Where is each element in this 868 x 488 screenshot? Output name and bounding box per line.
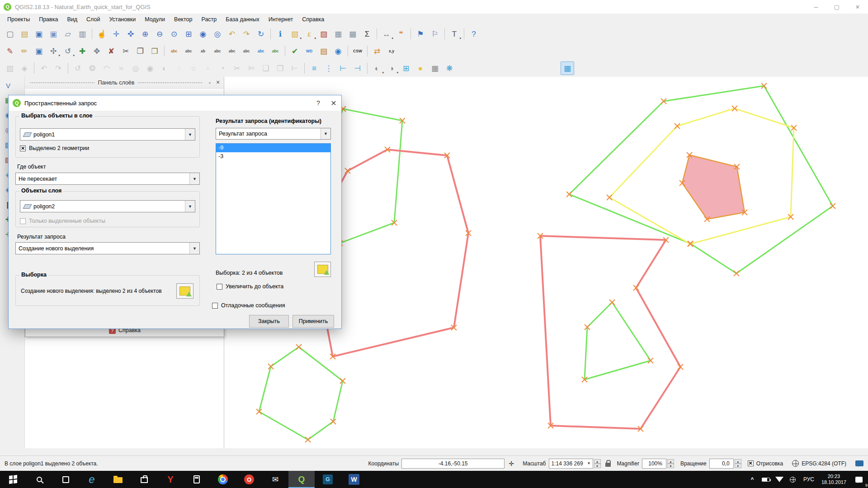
chrome-app[interactable] (210, 471, 236, 488)
edge-app[interactable]: e (79, 471, 105, 488)
panel-close-button[interactable]: ✕ (214, 79, 222, 87)
start-button[interactable] (0, 471, 26, 488)
menu-Вид[interactable]: Вид (62, 14, 82, 24)
network-globe-icon[interactable] (786, 471, 800, 488)
menu-Вектор[interactable]: Вектор (170, 14, 197, 24)
csw-catalog[interactable]: CSW (351, 44, 364, 58)
zoom-last[interactable]: ↶ (225, 27, 239, 41)
show-hide-labels[interactable]: ab (196, 44, 210, 58)
rotate-feature-tool[interactable]: ↺▾ (61, 44, 75, 58)
mail-app[interactable]: ✉ (262, 471, 288, 488)
menu-Справка[interactable]: Справка (297, 14, 329, 24)
save-layer-edits[interactable]: ▣ (32, 44, 46, 58)
offline-editing[interactable]: ⇄ (370, 44, 384, 58)
menu-Модули[interactable]: Модули (140, 14, 170, 24)
dropdown-arrow-icon[interactable]: ▾ (300, 37, 302, 40)
result-id-item[interactable]: -3 (216, 152, 330, 161)
gis-blue-app[interactable]: G (315, 471, 341, 488)
node-tool[interactable]: ✣▾ (47, 44, 60, 58)
maximize-button[interactable]: ▢ (826, 0, 847, 14)
show-bookmarks[interactable]: ⚐ (428, 27, 442, 41)
result-mode-combo[interactable]: Создание нового выделения ▼ (15, 242, 200, 254)
panel-float-button[interactable]: ▫ (206, 79, 214, 87)
minimize-button[interactable]: ─ (806, 0, 826, 14)
zoom-to-layer[interactable]: ◎ (211, 27, 224, 41)
zoom-out[interactable]: ⊖ (153, 27, 166, 41)
composer-manager[interactable]: ▥ (75, 27, 89, 41)
chevron-down-icon[interactable]: ▼ (189, 173, 199, 184)
chevron-down-icon[interactable]: ▼ (321, 128, 330, 139)
field-calculator[interactable]: ▩ (346, 27, 359, 41)
zoom-selection-icon-button[interactable] (314, 262, 331, 277)
align-objects-1[interactable]: ≡ (307, 61, 321, 75)
yandex-app[interactable]: Y (157, 471, 184, 488)
identify-features[interactable]: ℹ (274, 27, 287, 41)
touch-zoom-pan[interactable]: ☝ (95, 27, 108, 41)
toggle-editing[interactable]: ✏ (18, 44, 31, 58)
sphere-tool[interactable]: ● (414, 61, 427, 75)
layer1-combo[interactable]: poligon1 ▼ (20, 128, 195, 141)
coordinate-capture[interactable]: x,y (385, 44, 398, 58)
coords-input[interactable]: -4.16,-50.15 (401, 459, 505, 469)
save-project-as[interactable]: ▣ (47, 27, 60, 41)
zoom-next[interactable]: ↷ (240, 27, 253, 41)
pin-unpin-labels[interactable]: abc (182, 44, 195, 58)
menu-База данных[interactable]: База данных (221, 14, 264, 24)
dropdown-arrow-icon[interactable]: ▾ (382, 71, 384, 75)
apply-button[interactable]: Применить (292, 315, 334, 328)
zoom-to-object-checkbox[interactable]: Увеличить до объекта (217, 283, 283, 290)
magnifier-spinbox[interactable]: 100% (642, 459, 666, 469)
tray-expand-icon[interactable]: ^ (745, 471, 759, 488)
selected-geometries-checkbox[interactable]: ✕ Выделено 2 геометрии (20, 145, 89, 151)
wikidata-plugin[interactable]: WD (302, 44, 316, 58)
open-project[interactable]: ▤ (18, 27, 31, 41)
dropdown-arrow-icon[interactable]: ▾ (392, 37, 393, 40)
save-project[interactable]: ▣ (32, 27, 46, 41)
word-app[interactable]: W (341, 471, 367, 488)
paste-features[interactable]: ❒ (148, 44, 161, 58)
selection-icon-button[interactable] (176, 283, 193, 299)
scale-combo[interactable]: 1:14 336 269 ▼ (549, 459, 593, 469)
measure[interactable]: ↔▾ (380, 27, 393, 41)
change-label[interactable]: abc (240, 44, 253, 58)
new-bookmark[interactable]: ⚑ (414, 27, 427, 41)
circle-tool-2[interactable]: ◑▾ (385, 61, 398, 75)
messages-bubble-icon[interactable] (855, 460, 863, 466)
magnifier-spinner[interactable]: ▲▼ (667, 459, 674, 468)
calculator-app[interactable] (184, 471, 210, 488)
processing-toolbox[interactable]: ▦ (561, 61, 574, 75)
wifi-icon[interactable] (773, 471, 786, 488)
current-edits[interactable]: ✎ (3, 44, 17, 58)
highlight-pinned-labels[interactable]: abc (167, 44, 181, 58)
close-dialog-button[interactable]: Закрыть (249, 315, 289, 328)
dialog-title-bar[interactable]: Q Пространственный запрос ? ✕ (9, 95, 341, 111)
cut-features[interactable]: ✂ (119, 44, 132, 58)
menu-Проекты[interactable]: Проекты (3, 14, 34, 24)
dropdown-arrow-icon[interactable]: ▾ (314, 37, 316, 40)
scale-lock-icon[interactable] (605, 463, 611, 467)
rotate-label[interactable]: abc (225, 44, 239, 58)
new-print-composer[interactable]: ▱ (61, 27, 75, 41)
chevron-down-icon[interactable]: ▼ (189, 243, 199, 254)
chevron-down-icon[interactable]: ▼ (185, 129, 195, 140)
new-project[interactable]: ▢ (3, 27, 17, 41)
language-indicator[interactable]: РУС (800, 476, 818, 483)
dialog-close-button[interactable]: ✕ (326, 95, 341, 111)
zoom-to-selection[interactable]: ◉ (196, 27, 210, 41)
render-checkbox[interactable]: ✕ (748, 460, 754, 466)
align-objects-2[interactable]: ⋮ (322, 61, 335, 75)
dialog-help-button[interactable]: ? (311, 95, 326, 111)
menu-Установки[interactable]: Установки (104, 14, 140, 24)
query-result-list[interactable]: -9-3 (216, 143, 331, 254)
text-annotation[interactable]: T▾ (448, 27, 461, 41)
dock-add-vector-layer[interactable]: V (2, 79, 14, 92)
menu-Интернет[interactable]: Интернет (264, 14, 298, 24)
deselect-all[interactable]: ▨ (317, 27, 330, 41)
dropdown-arrow-icon[interactable]: ▾ (396, 71, 398, 75)
red-app[interactable]: O (236, 471, 262, 488)
dropdown-arrow-icon[interactable]: ▾ (58, 54, 60, 57)
align-objects-3[interactable]: ⊢ (336, 61, 350, 75)
check-geometries[interactable]: ✔ (288, 44, 302, 58)
battery-icon[interactable] (759, 471, 773, 488)
menu-Слой[interactable]: Слой (82, 14, 104, 24)
